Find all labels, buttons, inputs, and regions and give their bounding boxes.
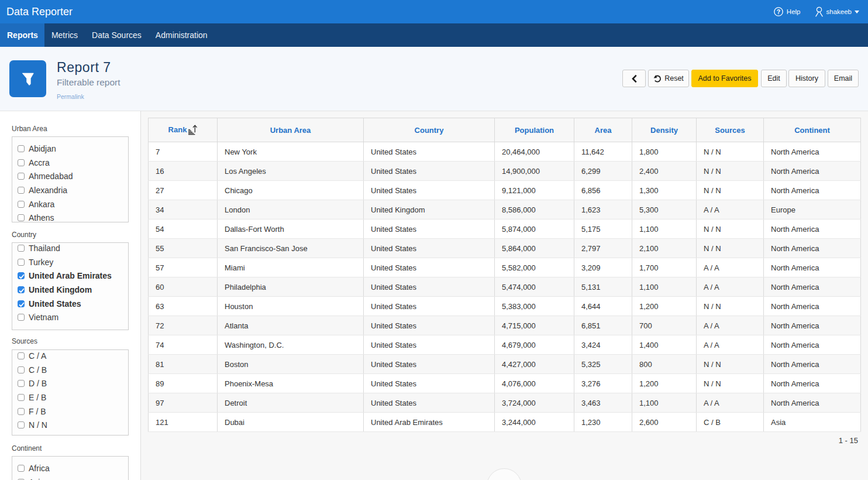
svg-text:?: ? (777, 8, 780, 15)
